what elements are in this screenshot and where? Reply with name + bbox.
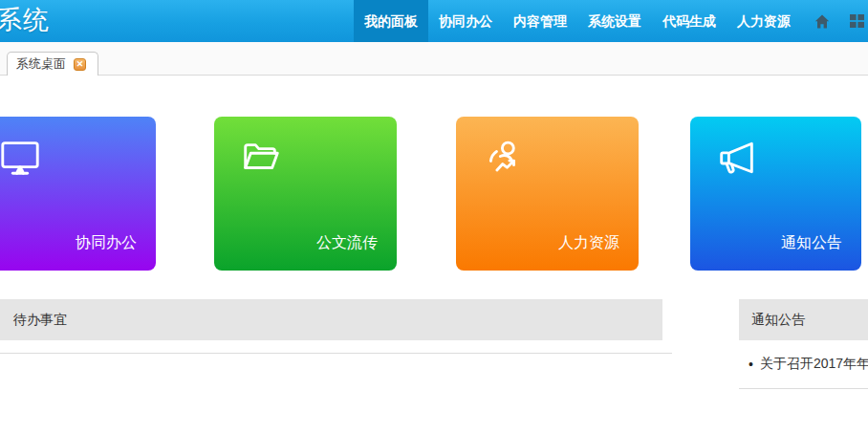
- nav-item-hr[interactable]: 人力资源: [727, 0, 801, 42]
- nav-item-collab-office[interactable]: 协同办公: [428, 0, 503, 42]
- nav-item-my-dashboard[interactable]: 我的面板: [354, 0, 428, 42]
- tab-bar: 系统桌面 ✕: [0, 42, 868, 76]
- main-nav: 我的面板 协同办公 内容管理 系统设置 代码生成 人力资源: [354, 0, 868, 42]
- tile-label: 公文流传: [316, 233, 378, 253]
- tile-label: 协同办公: [76, 233, 137, 253]
- tab-label: 系统桌面: [16, 55, 66, 73]
- nav-item-content-mgmt[interactable]: 内容管理: [503, 0, 577, 42]
- tile-doc-flow[interactable]: 公文流传: [214, 117, 397, 271]
- notice-item-text: 关于召开2017年年: [760, 356, 868, 373]
- notice-divider: [739, 388, 868, 389]
- tab-close-icon[interactable]: ✕: [74, 58, 86, 71]
- monitor-icon: [0, 136, 42, 184]
- tile-notice[interactable]: 通知公告: [690, 117, 861, 271]
- tile-label: 人力资源: [558, 233, 619, 253]
- person-trend-icon: [481, 136, 525, 184]
- todo-divider: [0, 353, 672, 354]
- bullet-icon: •: [749, 358, 753, 371]
- app-title: 系统: [0, 3, 50, 37]
- nav-item-system-settings[interactable]: 系统设置: [577, 0, 652, 42]
- tab-bar-border: [0, 75, 868, 76]
- todo-panel-header: 待办事宜: [0, 299, 662, 340]
- megaphone-icon: [715, 136, 759, 184]
- nav-item-code-gen[interactable]: 代码生成: [652, 0, 727, 42]
- notice-list-item[interactable]: • 关于召开2017年年: [739, 353, 868, 376]
- folder-open-icon: [239, 136, 283, 184]
- grid-icon[interactable]: [850, 0, 864, 42]
- notice-panel-header: 通知公告: [739, 299, 868, 340]
- tile-hr[interactable]: 人力资源: [456, 117, 639, 271]
- top-bar: 系统 我的面板 协同办公 内容管理 系统设置 代码生成 人力资源: [0, 0, 868, 42]
- tab-system-desktop[interactable]: 系统桌面 ✕: [7, 52, 98, 76]
- tile-collab-office[interactable]: 协同办公: [0, 117, 156, 271]
- tile-label: 通知公告: [781, 233, 842, 253]
- home-icon[interactable]: [814, 0, 830, 42]
- app-window: 系统 我的面板 协同办公 内容管理 系统设置 代码生成 人力资源 系统桌面 ✕: [0, 0, 868, 434]
